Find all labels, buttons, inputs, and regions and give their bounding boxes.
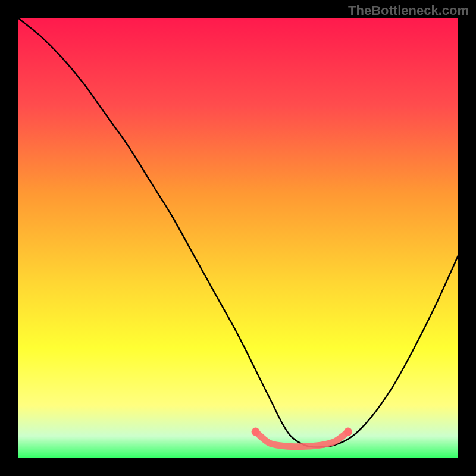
chart-plot-area <box>18 18 458 458</box>
chart-svg <box>18 18 458 458</box>
marker-end-dot <box>344 428 352 436</box>
marker-end-dot <box>252 428 260 436</box>
watermark-text: TheBottleneck.com <box>348 3 469 18</box>
